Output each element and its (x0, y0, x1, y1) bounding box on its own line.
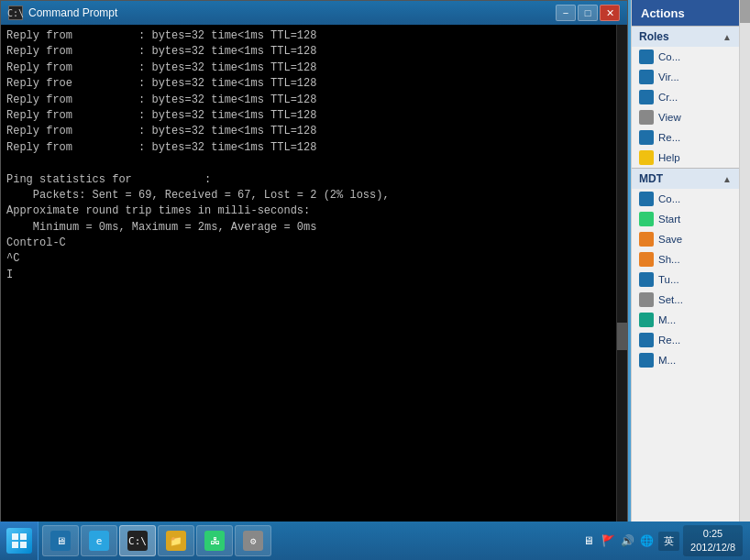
maximize-button[interactable]: □ (578, 5, 598, 21)
taskbar-item-3[interactable]: 📁 (158, 525, 194, 556)
section-label-roles: Roles (639, 30, 669, 43)
action-label-re2: Re... (658, 335, 680, 346)
section-arrow-roles: ▲ (722, 32, 732, 42)
taskbar: 🖥eC:\📁🖧⚙ 🖥 🚩 🔊 🌐 英 0:25 2012/12/8 (0, 522, 750, 560)
cmd-scrollbar[interactable] (616, 25, 627, 522)
actions-item-save[interactable]: Save (632, 229, 739, 249)
actions-item-help[interactable]: Help (632, 148, 739, 168)
actions-scrollbar[interactable] (739, 0, 750, 522)
actions-item-vir[interactable]: Vir... (632, 67, 739, 87)
action-label-sh: Sh... (658, 254, 680, 265)
volume-icon: 🔊 (619, 533, 635, 549)
action-icon-m2 (639, 353, 654, 368)
action-label-co2: Co... (658, 193, 680, 204)
taskbar-item-icon-4: 🖧 (204, 531, 225, 551)
svg-rect-2 (12, 542, 18, 548)
actions-item-start[interactable]: Start (632, 209, 739, 229)
minimize-button[interactable]: − (556, 5, 576, 21)
cmd-title-left: C:\ Command Prompt (8, 5, 117, 20)
cmd-title: Command Prompt (28, 6, 117, 19)
action-label-start: Start (658, 214, 680, 225)
window-buttons: − □ ✕ (556, 5, 620, 21)
action-label-m2: M... (658, 355, 676, 366)
network-tray-icon: 🌐 (638, 533, 655, 549)
action-label-vir: Vir... (658, 71, 679, 82)
cmd-window: C:\ Command Prompt − □ ✕ Reply from : by… (0, 0, 628, 522)
action-label-set: Set... (658, 294, 683, 305)
actions-item-co2[interactable]: Co... (632, 189, 739, 209)
action-icon-help (639, 150, 654, 165)
monitor-icon: 🖥 (580, 533, 597, 549)
action-label-co: Co... (658, 51, 680, 62)
action-label-cr: Cr... (658, 92, 678, 103)
svg-rect-0 (12, 533, 18, 540)
clock-date: 2012/12/8 (690, 541, 735, 555)
section-label-mdt: MDT (639, 172, 663, 185)
taskbar-item-icon-0: 🖥 (50, 531, 71, 551)
taskbar-item-2[interactable]: C:\ (119, 525, 156, 556)
section-arrow-mdt: ▲ (722, 174, 732, 184)
language-button[interactable]: 英 (658, 532, 679, 551)
taskbar-tray: 🖥 🚩 🔊 🌐 (580, 533, 655, 549)
actions-panel: Actions Roles▲Co...Vir...Cr...ViewRe...H… (631, 0, 750, 522)
actions-item-cr[interactable]: Cr... (632, 87, 739, 107)
actions-item-view[interactable]: View (632, 107, 739, 127)
action-icon-start (639, 212, 654, 226)
taskbar-item-5[interactable]: ⚙ (235, 525, 271, 556)
start-icon (6, 528, 32, 554)
taskbar-item-1[interactable]: e (81, 525, 117, 556)
action-icon-co2 (639, 192, 654, 206)
actions-item-m2[interactable]: M... (632, 350, 739, 370)
actions-item-re[interactable]: Re... (632, 127, 739, 148)
svg-rect-3 (20, 542, 27, 548)
start-button[interactable] (0, 522, 39, 560)
action-icon-tu (639, 272, 654, 287)
actions-section-header-mdt[interactable]: MDT▲ (632, 168, 739, 189)
actions-item-co[interactable]: Co... (632, 47, 739, 67)
cmd-titlebar: C:\ Command Prompt − □ ✕ (1, 1, 627, 25)
action-icon-cr (639, 90, 654, 104)
action-label-save: Save (658, 234, 682, 245)
action-icon-re2 (639, 333, 654, 347)
close-button[interactable]: ✕ (600, 5, 620, 21)
cmd-content[interactable]: Reply from : bytes=32 time<1ms TTL=128 R… (1, 25, 627, 522)
actions-item-m1[interactable]: M... (632, 310, 739, 330)
svg-rect-1 (20, 533, 27, 540)
action-label-tu: Tu... (658, 274, 679, 285)
cmd-icon: C:\ (8, 5, 23, 20)
actions-section-mdt: MDT▲Co...StartSaveSh...Tu...Set...M...Re… (632, 168, 739, 370)
action-icon-co (639, 49, 654, 64)
action-icon-view (639, 110, 654, 125)
taskbar-item-icon-5: ⚙ (243, 531, 263, 551)
actions-section-roles: Roles▲Co...Vir...Cr...ViewRe...Help (632, 26, 739, 168)
taskbar-item-icon-2: C:\ (127, 531, 148, 551)
action-icon-save (639, 232, 654, 247)
action-label-m1: M... (658, 314, 676, 325)
actions-item-re2[interactable]: Re... (632, 330, 739, 350)
actions-content: Roles▲Co...Vir...Cr...ViewRe...HelpMDT▲C… (632, 26, 750, 522)
clock-time: 0:25 (690, 527, 735, 541)
taskbar-items: 🖥eC:\📁🖧⚙ (39, 525, 573, 556)
cmd-scrollbar-thumb[interactable] (617, 323, 627, 350)
cmd-output: Reply from : bytes=32 time<1ms TTL=128 R… (6, 28, 622, 283)
taskbar-item-icon-3: 📁 (166, 531, 186, 551)
action-icon-sh (639, 252, 654, 267)
actions-section-header-roles[interactable]: Roles▲ (632, 26, 739, 47)
action-icon-m1 (639, 313, 654, 327)
flag-icon: 🚩 (600, 533, 616, 549)
taskbar-item-icon-1: e (89, 531, 109, 551)
actions-scrollbar-thumb[interactable] (740, 0, 750, 23)
action-icon-vir (639, 70, 654, 84)
actions-header: Actions (632, 0, 750, 26)
action-icon-set (639, 292, 654, 307)
actions-item-tu[interactable]: Tu... (632, 269, 739, 290)
actions-item-set[interactable]: Set... (632, 290, 739, 310)
system-clock[interactable]: 0:25 2012/12/8 (683, 525, 743, 557)
action-label-help: Help (658, 152, 680, 163)
taskbar-right: 🖥 🚩 🔊 🌐 英 0:25 2012/12/8 (573, 525, 750, 557)
taskbar-item-0[interactable]: 🖥 (42, 525, 79, 556)
actions-item-sh[interactable]: Sh... (632, 249, 739, 269)
action-icon-re (639, 130, 654, 145)
taskbar-item-4[interactable]: 🖧 (196, 525, 233, 556)
action-label-view: View (658, 112, 681, 123)
